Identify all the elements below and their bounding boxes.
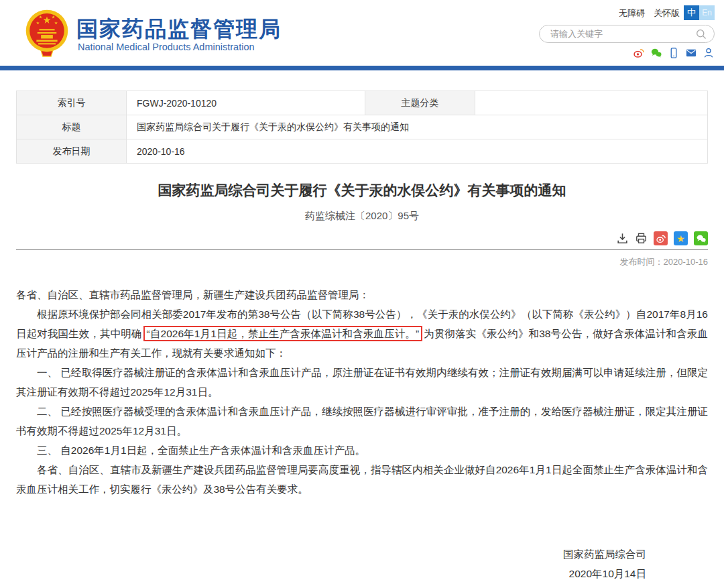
weibo-icon[interactable]	[633, 47, 645, 59]
title-label: 标题	[17, 115, 127, 139]
site-subtitle: National Medical Products Administration	[78, 42, 255, 52]
top-utility-links: 无障碍 关怀版	[619, 7, 680, 19]
paragraph-background: 根据原环境保护部会同相关部委2017年发布的第38号公告（以下简称38号公告），…	[16, 304, 708, 363]
paragraph-item-1: 一、 已经取得医疗器械注册证的含汞体温计和含汞血压计产品，原注册证在证书有效期内…	[16, 363, 708, 402]
wechat-icon[interactable]	[650, 47, 662, 59]
document-body: 各省、自治区、直辖市药品监督管理局，新疆生产建设兵团药品监督管理局： 根据原环境…	[16, 285, 708, 499]
highlight-box: “自2026年1月1日起，禁止生产含汞体温计和含汞血压计。”	[143, 326, 423, 341]
search-box	[539, 25, 715, 43]
search-icon[interactable]	[695, 28, 707, 40]
paragraph-item-3: 三、 自2026年1月1日起，全面禁止生产含汞体温计和含汞血压计产品。	[16, 440, 708, 460]
topic-category-label: 主题分类	[365, 91, 475, 115]
table-row: 索引号 FGWJ-2020-10120 主题分类	[17, 91, 708, 115]
paragraph-item-2: 二、 已经按照医疗器械受理的含汞体温计和含汞血压计产品，继续按照医疗器械进行审评…	[16, 402, 708, 440]
paragraph-closing: 各省、自治区、直辖市及新疆生产建设兵团药品监督管理局要高度重视，指导辖区内相关企…	[16, 460, 708, 499]
download-icon[interactable]	[616, 232, 629, 245]
lang-zh-button[interactable]: 中	[684, 5, 699, 20]
header-divider-bar	[0, 66, 724, 70]
mail-icon[interactable]	[685, 47, 697, 59]
topic-category-value	[475, 91, 708, 115]
qzone-star-icon: ★	[676, 234, 685, 243]
site-header: 国家药品监督管理局 National Medical Products Admi…	[0, 0, 724, 66]
wechat-share-icon	[696, 233, 707, 244]
document-number: 药监综械注〔2020〕95号	[16, 210, 708, 223]
table-row: 发布日期 2020-10-16	[17, 139, 708, 164]
weibo-share-icon	[656, 233, 666, 244]
national-emblem-icon	[24, 8, 70, 59]
title-value: 国家药监局综合司关于履行《关于汞的水俣公约》有关事项的通知	[127, 115, 708, 139]
index-number-value: FGWJ-2020-10120	[127, 91, 365, 115]
document-title: 国家药监局综合司关于履行《关于汞的水俣公约》有关事项的通知	[16, 181, 708, 200]
publish-time: 发布时间：2020-10-16	[16, 250, 708, 268]
publish-date-value: 2020-10-16	[127, 139, 708, 164]
paragraph-salutation: 各省、自治区、直辖市药品监督管理局，新疆生产建设兵团药品监督管理局：	[16, 285, 708, 304]
print-icon[interactable]	[635, 232, 648, 245]
site-title: 国家药品监督管理局	[76, 15, 282, 44]
signature-block: 国家药监局综合司 2020年10月14日	[16, 544, 708, 583]
language-toggle: 中 En	[684, 5, 715, 20]
qzone-share-button[interactable]: ★	[674, 231, 688, 245]
user-icon[interactable]	[703, 47, 715, 59]
main-content: 索引号 FGWJ-2020-10120 主题分类 标题 国家药监局综合司关于履行…	[16, 91, 708, 583]
toolbar: ★	[16, 231, 708, 250]
weibo-share-button[interactable]	[654, 231, 668, 245]
header-social-icons	[633, 47, 715, 59]
search-input[interactable]	[549, 28, 695, 40]
lang-en-button[interactable]: En	[699, 5, 715, 20]
mobile-icon[interactable]	[668, 47, 680, 59]
accessibility-link[interactable]: 无障碍	[619, 7, 645, 19]
signature-org: 国家药监局综合司	[16, 544, 646, 564]
info-table: 索引号 FGWJ-2020-10120 主题分类 标题 国家药监局综合司关于履行…	[16, 91, 708, 164]
table-row: 标题 国家药监局综合司关于履行《关于汞的水俣公约》有关事项的通知	[17, 115, 708, 139]
signature-date: 2020年10月14日	[16, 564, 646, 583]
care-version-link[interactable]: 关怀版	[654, 7, 680, 19]
publish-date-label: 发布日期	[17, 139, 127, 164]
index-number-label: 索引号	[17, 91, 127, 115]
wechat-share-button[interactable]	[694, 231, 708, 245]
